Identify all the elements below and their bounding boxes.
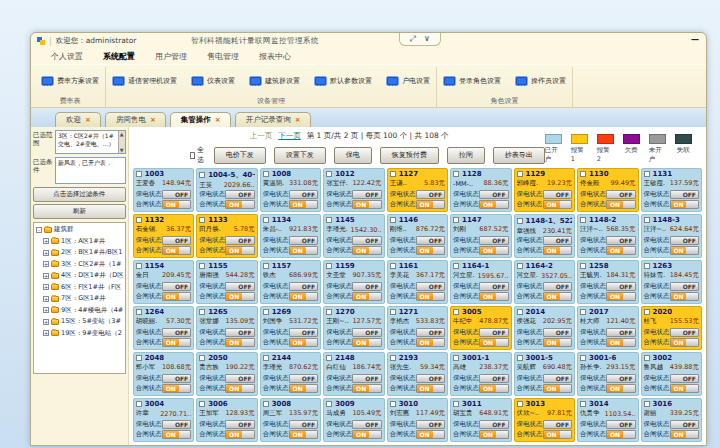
supply-status-toggle[interactable]: OFF: [162, 236, 191, 245]
document-tab[interactable]: 房间售电 ×: [105, 112, 166, 127]
switch-status-toggle[interactable]: ON: [352, 200, 381, 209]
supply-status-toggle[interactable]: OFF: [416, 420, 445, 429]
room-checkbox[interactable]: [580, 263, 586, 269]
room-card[interactable]: 3005 牛纪中 478.87元 保电状态 OFF 合闸状态 ON: [450, 306, 511, 350]
supply-status-toggle[interactable]: OFF: [606, 328, 635, 337]
room-checkbox[interactable]: [263, 263, 269, 269]
action-button[interactable]: 拉闸: [447, 147, 485, 164]
room-card[interactable]: 1145 李瑾光. 1542.30.. 保电状态 OFF 合闸状态 ON: [323, 214, 384, 258]
collapse-icon[interactable]: -: [36, 227, 42, 233]
switch-status-toggle[interactable]: ON: [352, 246, 381, 255]
tree-item[interactable]: + 9区：4#楼电井（4#: [36, 306, 124, 315]
supply-status-toggle[interactable]: OFF: [416, 282, 445, 291]
room-checkbox[interactable]: [644, 263, 650, 269]
room-checkbox[interactable]: [644, 217, 650, 223]
supply-status-toggle[interactable]: OFF: [162, 190, 191, 199]
supply-status-toggle[interactable]: OFF: [225, 374, 254, 383]
room-checkbox[interactable]: [136, 171, 142, 177]
room-card[interactable]: 1258 王毓男. 184.31元 保电状态 OFF 合闸状态 ON: [577, 260, 638, 304]
switch-status-toggle[interactable]: ON: [225, 384, 254, 393]
supply-status-toggle[interactable]: OFF: [606, 374, 635, 383]
supply-status-toggle[interactable]: OFF: [225, 420, 254, 429]
supply-status-toggle[interactable]: OFF: [543, 420, 572, 429]
tree-item[interactable]: + 1区：A区1#井: [36, 237, 124, 246]
room-card[interactable]: 1146 刚维.. 876.72元 保电状态 OFF 合闸状态 ON: [387, 214, 448, 258]
minimize-button[interactable]: —: [688, 35, 702, 46]
room-checkbox[interactable]: [453, 217, 459, 223]
action-button[interactable]: 抄表导出: [493, 147, 545, 164]
room-card[interactable]: 1270 王刚~.. 127.57元 保电状态 OFF 合闸状态 ON: [323, 306, 384, 350]
expand-icon[interactable]: +: [43, 296, 49, 302]
room-checkbox[interactable]: [517, 309, 523, 315]
switch-status-toggle[interactable]: ON: [670, 384, 699, 393]
room-checkbox[interactable]: [453, 401, 459, 407]
room-checkbox[interactable]: [199, 355, 205, 361]
room-card[interactable]: 1263 特妹雪. 184.45元 保电状态 OFF 合闸状态 ON: [641, 260, 702, 304]
room-card[interactable]: 1148-2 汪洋~.. 568.35元 保电状态 OFF 合闸状态 ON: [577, 214, 638, 258]
supply-status-toggle[interactable]: OFF: [416, 236, 445, 245]
room-checkbox[interactable]: [263, 217, 269, 223]
ribbon-button[interactable]: 建筑群设置: [249, 76, 300, 86]
switch-status-toggle[interactable]: ON: [670, 246, 699, 255]
room-card[interactable]: 2144 李瑾光 870.62元 保电状态 OFF 合闸状态 ON: [260, 352, 321, 396]
supply-status-toggle[interactable]: OFF: [479, 190, 508, 199]
tree-root[interactable]: - 建筑群: [36, 225, 124, 234]
tree-item[interactable]: + 3区：C区2#井（1#: [36, 260, 124, 269]
tree-item[interactable]: + 7区：G区1#井: [36, 294, 124, 303]
expand-icon[interactable]: +: [43, 319, 49, 325]
room-checkbox[interactable]: [580, 171, 586, 177]
room-checkbox[interactable]: [644, 401, 650, 407]
tab-close-icon[interactable]: ×: [295, 116, 301, 124]
room-card[interactable]: 3016 谢丽 339.25元 保电状态 OFF 合闸状态 ON: [641, 398, 702, 442]
switch-status-toggle[interactable]: ON: [606, 384, 635, 393]
select-all[interactable]: 全选: [190, 145, 206, 165]
room-checkbox[interactable]: [263, 355, 269, 361]
switch-status-toggle[interactable]: ON: [543, 246, 572, 255]
switch-status-toggle[interactable]: ON: [543, 200, 572, 209]
document-tab[interactable]: 集管操作 ×: [170, 112, 231, 127]
room-card[interactable]: 1012 张宝仔. 122.42元 保电状态 OFF 合闸状态 ON: [323, 168, 384, 212]
supply-status-toggle[interactable]: OFF: [543, 236, 572, 245]
room-card[interactable]: 2148 白红仙 186.74元 保电状态 OFF 合闸状态 ON: [323, 352, 384, 396]
prev-page-link[interactable]: 上一页: [250, 131, 273, 141]
tree-item[interactable]: + 4区：D区1#井（D区: [36, 271, 124, 280]
spinner-up-icon[interactable]: ▲: [119, 131, 125, 137]
switch-status-toggle[interactable]: ON: [289, 292, 318, 301]
switch-status-toggle[interactable]: ON: [479, 200, 508, 209]
room-card[interactable]: 3001-1 高雄 238.37元 保电状态 OFF 合闸状态 ON: [450, 352, 511, 396]
supply-status-toggle[interactable]: OFF: [162, 328, 191, 337]
room-card[interactable]: 3009 马成勇 105.49元 保电状态 OFF 合闸状态 ON: [323, 398, 384, 442]
switch-status-toggle[interactable]: ON: [606, 292, 635, 301]
tab-close-icon[interactable]: ×: [85, 116, 91, 124]
room-checkbox[interactable]: [580, 309, 586, 315]
room-checkbox[interactable]: [263, 401, 269, 407]
supply-status-toggle[interactable]: OFF: [543, 190, 572, 199]
menu-item[interactable]: 报表中心: [259, 51, 291, 62]
room-checkbox[interactable]: [390, 217, 396, 223]
switch-status-toggle[interactable]: ON: [162, 430, 191, 439]
room-checkbox[interactable]: [136, 355, 142, 361]
expand-icon[interactable]: ⤢: [410, 34, 416, 44]
room-checkbox[interactable]: [199, 263, 205, 269]
switch-status-toggle[interactable]: ON: [606, 200, 635, 209]
switch-status-toggle[interactable]: ON: [225, 430, 254, 439]
supply-status-toggle[interactable]: OFF: [225, 236, 254, 245]
room-checkbox[interactable]: [390, 309, 396, 315]
supply-status-toggle[interactable]: OFF: [352, 328, 381, 337]
next-page-link[interactable]: 下一页: [278, 131, 301, 141]
room-checkbox[interactable]: [580, 217, 586, 223]
room-card[interactable]: 1161 李美花 367.17元 保电状态 OFF 合闸状态 ON: [387, 260, 448, 304]
tree-item[interactable]: + 6区：F区1#井（F区: [36, 283, 124, 292]
switch-status-toggle[interactable]: ON: [416, 200, 445, 209]
expand-icon[interactable]: +: [43, 330, 49, 336]
room-card[interactable]: 1133 田丹焕. 5.78元 保电状态 OFF 合闸状态 ON: [196, 214, 257, 258]
ribbon-button[interactable]: 操作员设置: [515, 76, 566, 86]
action-button[interactable]: 电价下发: [214, 147, 266, 164]
switch-status-toggle[interactable]: ON: [479, 246, 508, 255]
menu-item[interactable]: 售电管理: [207, 51, 239, 62]
switch-status-toggle[interactable]: ON: [416, 292, 445, 301]
room-checkbox[interactable]: [453, 263, 459, 269]
room-checkbox[interactable]: [326, 171, 332, 177]
room-card[interactable]: 1004-5、40一 王英 2029.66.. 保电状态 OFF 合闸状态 ON: [196, 168, 257, 212]
room-card[interactable]: 2014 侯强花 202.95元 保电状态 OFF 合闸状态 ON: [514, 306, 575, 350]
